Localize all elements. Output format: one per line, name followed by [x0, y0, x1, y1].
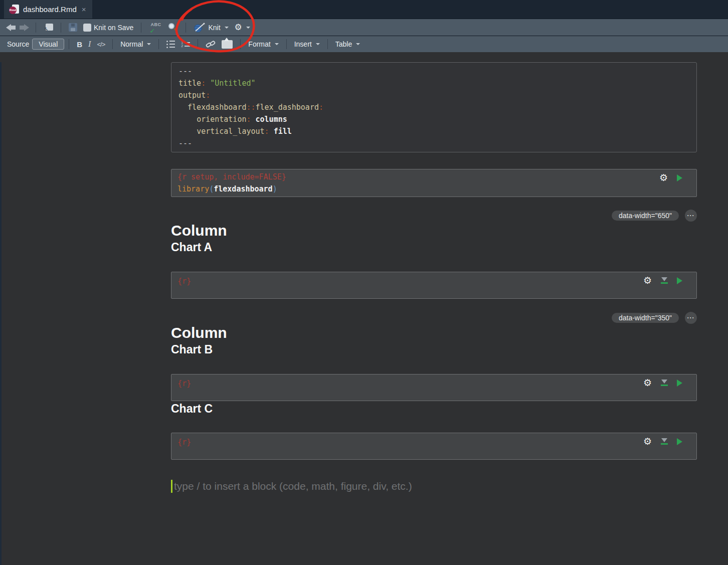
- chart-b-code-chunk[interactable]: {r} ⚙: [171, 374, 697, 401]
- chunk-options-gear-icon[interactable]: ⚙: [643, 378, 652, 388]
- separator: [61, 23, 61, 33]
- chart-b-heading: Chart B: [171, 342, 697, 357]
- run-chunk-icon[interactable]: [677, 277, 682, 284]
- spellcheck-icon: ABC: [149, 22, 162, 33]
- tab-title: dashboard.Rmd: [23, 5, 77, 14]
- visual-mode-label: Visual: [39, 40, 58, 48]
- italic-button[interactable]: I: [85, 38, 94, 50]
- bold-button[interactable]: B: [74, 39, 85, 50]
- column-heading: Column: [171, 324, 697, 342]
- spellcheck-button[interactable]: ABC: [146, 21, 165, 35]
- separator: [286, 39, 287, 49]
- forward-button[interactable]: [18, 23, 31, 33]
- run-all-above-icon[interactable]: [661, 438, 668, 445]
- data-width-badge[interactable]: data-width="650": [612, 211, 679, 221]
- source-mode-button[interactable]: Source: [4, 39, 32, 50]
- separator: [141, 23, 141, 33]
- paragraph-style-dropdown[interactable]: Normal: [117, 39, 154, 50]
- chunk-options-gear-icon[interactable]: ⚙: [643, 437, 652, 446]
- run-chunk-icon[interactable]: [677, 438, 682, 445]
- yaml-line: output:: [178, 89, 689, 101]
- run-all-above-icon[interactable]: [661, 277, 668, 284]
- main-toolbar: Knit on Save ABC Knit ⚙: [0, 19, 728, 36]
- table-menu[interactable]: Table: [332, 39, 363, 50]
- yaml-line: ---: [178, 137, 689, 149]
- save-button[interactable]: [66, 22, 80, 33]
- back-button[interactable]: [4, 23, 18, 33]
- format-toolbar: Source Visual B I </> Normal 1 2: [0, 36, 728, 52]
- section-attributes-row: data-width="350" ···: [171, 312, 697, 324]
- separator: [36, 23, 36, 33]
- knit-on-save-checkbox[interactable]: Knit on Save: [80, 22, 136, 33]
- chart-a-heading: Chart A: [171, 240, 697, 255]
- knit-on-save-label: Knit on Save: [94, 24, 133, 32]
- yaml-metadata-block[interactable]: --- title: "Untitled" output: flexdashbo…: [171, 62, 697, 152]
- chunk-options-gear-icon[interactable]: ⚙: [643, 276, 652, 285]
- table-menu-label: Table: [335, 40, 352, 48]
- separator: [240, 39, 241, 49]
- chart-c-code-chunk[interactable]: {r} ⚙: [171, 433, 697, 460]
- numbered-list-icon: 1 2: [181, 42, 190, 47]
- search-button[interactable]: [165, 21, 181, 34]
- visual-editor-canvas[interactable]: --- title: "Untitled" output: flexdashbo…: [0, 62, 728, 565]
- empty-block-placeholder[interactable]: type / to insert a block (code, math, fi…: [171, 480, 697, 493]
- knit-yarn-icon: [194, 22, 206, 33]
- chevron-down-icon: [275, 43, 279, 45]
- chunk-header: {r setup, include=FALSE}: [177, 171, 690, 183]
- rmd-file-icon: Rmd: [9, 4, 19, 15]
- link-button[interactable]: [203, 38, 219, 50]
- source-mode-label: Source: [7, 40, 29, 48]
- yaml-line: orientation: columns: [178, 113, 689, 125]
- column-heading: Column: [171, 222, 697, 240]
- visual-mode-button[interactable]: Visual: [32, 39, 64, 50]
- chart-c-heading: Chart C: [171, 401, 697, 416]
- placeholder-text: type / to insert a block (code, math, fi…: [174, 480, 412, 492]
- code-label: </>: [97, 41, 105, 48]
- run-all-above-icon[interactable]: [661, 380, 668, 386]
- run-chunk-icon[interactable]: [677, 174, 682, 181]
- code-button[interactable]: </>: [94, 39, 108, 50]
- search-icon: [168, 23, 178, 33]
- insert-menu[interactable]: Insert: [291, 39, 323, 50]
- document-options-button[interactable]: ⚙: [232, 22, 253, 33]
- yaml-line: flexdashboard::flex_dashboard:: [178, 101, 689, 113]
- tab-dashboard-rmd[interactable]: Rmd dashboard.Rmd ×: [4, 0, 92, 19]
- chevron-down-icon: [225, 27, 229, 29]
- chevron-down-icon: [356, 43, 360, 45]
- chart-a-code-chunk[interactable]: {r} ⚙: [171, 272, 697, 299]
- paragraph-style-value: Normal: [120, 40, 143, 48]
- rmd-badge: Rmd: [9, 7, 17, 14]
- separator: [158, 39, 159, 49]
- section-options-button[interactable]: ···: [685, 312, 697, 324]
- setup-code-chunk[interactable]: {r setup, include=FALSE} library(flexdas…: [171, 169, 697, 197]
- section-options-button[interactable]: ···: [685, 210, 697, 222]
- link-icon: [206, 40, 216, 49]
- chunk-options-gear-icon[interactable]: ⚙: [659, 173, 668, 182]
- checkbox-icon[interactable]: [83, 24, 91, 32]
- open-in-new-window-button[interactable]: [41, 22, 56, 33]
- tab-close-icon[interactable]: ×: [82, 5, 86, 14]
- data-width-badge[interactable]: data-width="350": [612, 313, 679, 323]
- gear-icon: ⚙: [235, 23, 242, 32]
- image-icon: [222, 40, 233, 49]
- chevron-down-icon: [316, 43, 320, 45]
- separator: [69, 39, 69, 49]
- separator: [327, 39, 328, 49]
- open-in-new-window-icon: [44, 24, 53, 32]
- text-cursor: [171, 480, 172, 493]
- bold-label: B: [77, 40, 82, 49]
- numbered-list-button[interactable]: 1 2: [178, 40, 193, 49]
- knit-button[interactable]: Knit: [191, 21, 231, 34]
- image-button[interactable]: [219, 39, 236, 50]
- format-menu[interactable]: Format: [245, 39, 281, 50]
- italic-label: I: [88, 40, 91, 49]
- knit-label: Knit: [208, 24, 220, 32]
- section-attributes-row: data-width="650" ···: [171, 210, 697, 222]
- separator: [198, 39, 198, 49]
- separator: [186, 23, 186, 33]
- bullet-list-icon: [166, 41, 175, 48]
- chevron-down-icon: [246, 27, 250, 29]
- bullet-list-button[interactable]: [163, 39, 178, 50]
- save-icon: [69, 23, 77, 32]
- run-chunk-icon[interactable]: [677, 380, 682, 387]
